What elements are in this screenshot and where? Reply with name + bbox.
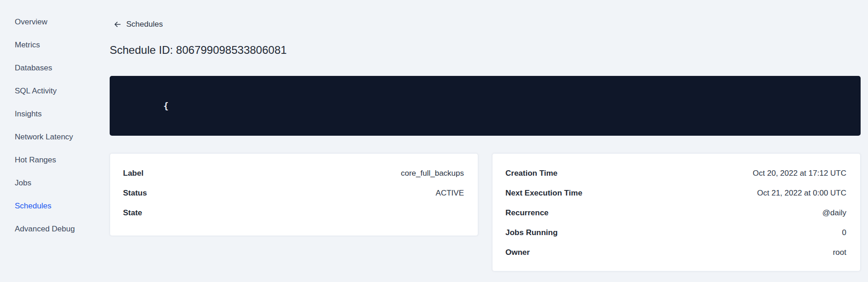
detail-row-value: Oct 20, 2022 at 17:12 UTC	[753, 169, 846, 178]
code-line: {	[121, 88, 850, 124]
detail-row-value: 0	[842, 228, 846, 237]
sidebar-item[interactable]: Jobs	[0, 172, 102, 195]
detail-row-value: root	[833, 248, 846, 257]
sidebar-item-label: Network Latency	[15, 132, 73, 142]
schedule-timing-card: Creation Time Oct 20, 2022 at 17:12 UTC …	[492, 153, 861, 271]
detail-row: Status ACTIVE	[123, 183, 464, 203]
arrow-left-icon	[113, 20, 122, 29]
sidebar-item-label: Jobs	[15, 178, 31, 188]
code-line: "backup_statement": "BACKUP INTO 's3://b…	[121, 124, 850, 136]
sidebar-item[interactable]: Databases	[0, 57, 102, 80]
detail-cards: Label core_full_backups Status ACTIVE St…	[110, 153, 861, 271]
sidebar-item[interactable]: Insights	[0, 103, 102, 126]
main-content: Schedules Schedule ID: 80679909853380608…	[110, 0, 861, 271]
detail-row: Jobs Running 0	[505, 223, 846, 242]
detail-row-label: Jobs Running	[505, 228, 557, 237]
sidebar-item-label: Databases	[15, 63, 52, 73]
sidebar-item[interactable]: Hot Ranges	[0, 149, 102, 172]
sidebar-item-label: Metrics	[15, 40, 40, 50]
detail-row: Label core_full_backups	[123, 163, 464, 183]
detail-row: Owner root	[505, 242, 846, 262]
detail-row: Creation Time Oct 20, 2022 at 17:12 UTC	[505, 163, 846, 183]
detail-row-label: Recurrence	[505, 208, 549, 218]
detail-row-value: ACTIVE	[436, 189, 464, 198]
sidebar-item-label: Schedules	[15, 201, 51, 211]
detail-row-label: Next Execution Time	[505, 189, 582, 198]
sidebar: Overview Metrics Databases SQL Activity …	[0, 0, 102, 282]
detail-row: Next Execution Time Oct 21, 2022 at 0:00…	[505, 183, 846, 203]
back-link-label: Schedules	[126, 20, 163, 29]
detail-row: Recurrence @daily	[505, 203, 846, 223]
sidebar-item-label: Hot Ranges	[15, 155, 56, 165]
sidebar-item-label: Advanced Debug	[15, 224, 75, 234]
sidebar-nav: Overview Metrics Databases SQL Activity …	[0, 11, 102, 241]
detail-row-label: State	[123, 208, 142, 218]
detail-row-value: Oct 21, 2022 at 0:00 UTC	[757, 189, 846, 198]
detail-row-label: Label	[123, 169, 143, 178]
back-link[interactable]: Schedules	[113, 19, 163, 29]
code-line-text: {	[164, 101, 169, 111]
sidebar-item[interactable]: Metrics	[0, 34, 102, 57]
schedule-definition-code-block: { "backup_statement": "BACKUP INTO 's3:/…	[110, 76, 861, 136]
sidebar-item-label: SQL Activity	[15, 86, 57, 96]
page-title: Schedule ID: 806799098533806081	[110, 44, 861, 57]
detail-row-label: Creation Time	[505, 169, 557, 178]
schedule-summary-card: Label core_full_backups Status ACTIVE St…	[110, 153, 478, 236]
detail-row-value: @daily	[822, 208, 846, 218]
sidebar-item[interactable]: Overview	[0, 11, 102, 34]
detail-row-label: Owner	[505, 248, 530, 257]
sidebar-item[interactable]: SQL Activity	[0, 80, 102, 103]
detail-row: State	[123, 203, 464, 223]
sidebar-item[interactable]: Network Latency	[0, 126, 102, 149]
sidebar-item[interactable]: Advanced Debug	[0, 218, 102, 241]
sidebar-item[interactable]: Schedules	[0, 195, 102, 218]
sidebar-item-label: Overview	[15, 17, 47, 27]
sidebar-item-label: Insights	[15, 109, 42, 119]
detail-row-label: Status	[123, 189, 147, 198]
detail-row-value: core_full_backups	[401, 169, 464, 178]
